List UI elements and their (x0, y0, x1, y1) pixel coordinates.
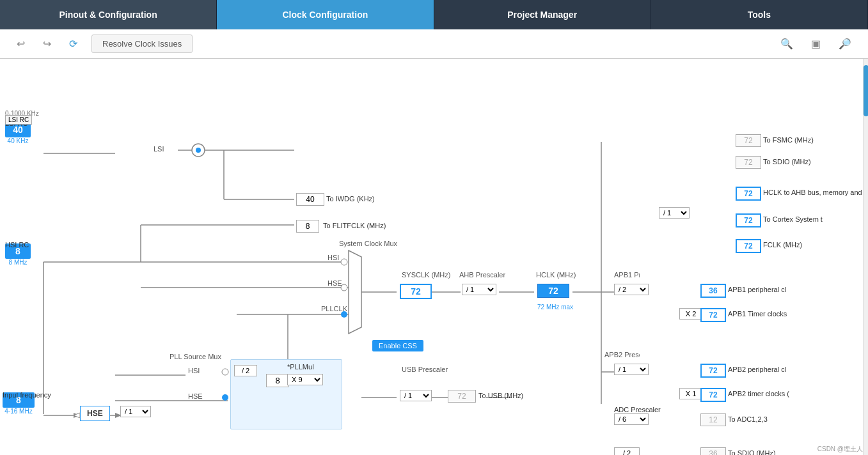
hse-div-select[interactable]: / 1 (120, 406, 151, 417)
main-area: LSI HSI (0, 59, 868, 455)
watermark: CSDN @埋土人 (817, 445, 863, 454)
svg-text:HCLK (MHz): HCLK (MHz) (536, 271, 576, 279)
pclk1-value-box[interactable]: 36 (700, 284, 726, 298)
fit-button[interactable]: ▣ (807, 35, 825, 52)
fclk-label: FCLK (MHz) (763, 241, 802, 249)
hse-box[interactable]: HSE (80, 406, 110, 421)
refresh-button[interactable]: ⟳ (65, 35, 81, 52)
svg-point-49 (222, 369, 228, 375)
flitfclk-value-box: 8 (296, 220, 319, 233)
svg-point-18 (341, 311, 347, 318)
input-freq-group: Input frequency 8 4-16 MHz (3, 391, 35, 415)
apb2-timer-x1-box[interactable]: X 1 (679, 388, 702, 399)
hsi-rc-group: HSI RC 8 8 MHz (5, 241, 31, 266)
nav-tabs: Pinout & Configuration Clock Configurati… (0, 0, 868, 29)
tab-tools[interactable]: Tools (651, 0, 868, 29)
svg-text:HSI: HSI (327, 254, 339, 261)
apb1-timer-x2-box[interactable]: X 2 (679, 308, 702, 320)
svg-text:AHB Prescaler: AHB Prescaler (459, 271, 505, 279)
bottom-div2-box[interactable]: / 2 (614, 447, 640, 455)
sdio2-label: To SDIO (MHz) (728, 449, 776, 455)
pllmul-label: *PLLMul (287, 363, 314, 371)
svg-text:System Clock Mux: System Clock Mux (339, 240, 398, 247)
adc-value-box[interactable]: 12 (700, 413, 726, 426)
input-freq-range: 4-16 MHz (3, 408, 35, 415)
adc-prescaler-label: ADC Prescaler (614, 406, 661, 413)
cortex-label: To Cortex System t (763, 215, 823, 223)
hclk-ahb-label: HCLK to AHB bus, memory and DMA ( (763, 189, 868, 196)
apb1-prescaler-select[interactable]: / 2 (614, 284, 649, 295)
sdio-top-value[interactable]: 72 (736, 156, 761, 169)
enable-css-button[interactable]: Enable CSS (372, 340, 423, 351)
svg-text:HSI: HSI (188, 367, 200, 374)
usb-prescaler-select[interactable]: / 1 (400, 390, 432, 401)
adc-prescaler-select[interactable]: / 6 (614, 413, 649, 425)
tab-pinout[interactable]: Pinout & Configuration (0, 0, 217, 29)
zoom-in-button[interactable]: 🔍 (777, 35, 797, 52)
sysclk-value-box[interactable]: 72 (400, 284, 432, 299)
adc-output-label: To ADC1,2,3 (728, 415, 768, 423)
usb-value-box[interactable]: 72 (448, 390, 476, 403)
undo-button[interactable]: ↩ (13, 35, 29, 52)
svg-text:SYSCLK (MHz): SYSCLK (MHz) (402, 271, 450, 279)
fsmc-value-right[interactable]: 72 (736, 134, 761, 147)
hclk-ahb-value[interactable]: 72 (736, 187, 761, 201)
svg-text:HSE: HSE (188, 392, 203, 400)
apb1-timer-value-box[interactable]: 72 (700, 308, 726, 322)
svg-text:APB2 Prescaler: APB2 Prescaler (604, 351, 640, 359)
apb2-timer-label: APB2 timer clocks ( (728, 390, 789, 397)
iwdg-value-box[interactable]: 40 (296, 193, 324, 206)
lsi-top-partial: LSI RC (5, 115, 32, 125)
ahb-prescaler-select[interactable]: / 1 (462, 284, 496, 295)
svg-text:LSI: LSI (154, 145, 164, 153)
apb2-peripheral-label: APB2 peripheral cl (728, 366, 786, 373)
pll-div2-box[interactable]: / 2 (234, 365, 257, 376)
resolve-clock-button[interactable]: Resolve Clock Issues (91, 35, 193, 53)
svg-marker-13 (349, 251, 361, 334)
pllmul-select[interactable]: X 9 (287, 374, 323, 385)
apb1-peripheral-label: APB1 peripheral cl (728, 286, 786, 293)
svg-text:HSE: HSE (327, 279, 342, 287)
sdio-top-label: To SDIO (MHz) (763, 158, 811, 166)
fsmc-label-right: To FSMC (MHz) (763, 136, 814, 144)
scrollbar-thumb[interactable] (864, 65, 868, 116)
apb1-timer-label: APB1 Timer clocks (728, 310, 787, 318)
svg-point-4 (196, 148, 201, 153)
canvas-area: LSI HSI (0, 59, 868, 455)
toolbar: ↩ ↪ ⟳ Resolve Clock Issues 🔍 ▣ 🔎 (0, 29, 868, 59)
scrollbar-track[interactable] (863, 59, 868, 455)
flitfclk-label: To FLITFCLK (MHz) (323, 222, 386, 229)
zoom-out-button[interactable]: 🔎 (835, 35, 855, 52)
svg-text:APB1 Prescaler: APB1 Prescaler (614, 271, 640, 279)
svg-point-19 (341, 259, 347, 265)
pclk2-value-box[interactable]: 72 (700, 364, 726, 378)
svg-text:USB Prescaler: USB Prescaler (402, 366, 448, 373)
tab-project[interactable]: Project Manager (434, 0, 651, 29)
svg-text:72 MHz max: 72 MHz max (537, 304, 573, 311)
apb2-prescaler-select[interactable]: / 1 (614, 364, 649, 375)
ahb-div-right-select[interactable]: / 1 (659, 207, 690, 219)
svg-text:PLL Source Mux: PLL Source Mux (170, 353, 221, 360)
svg-point-51 (222, 394, 228, 401)
hclk-value-box[interactable]: 72 (537, 284, 569, 298)
sdio2-value-box[interactable]: 36 (700, 447, 726, 455)
cortex-value[interactable]: 72 (736, 213, 761, 228)
iwdg-label: To IWDG (KHz) (326, 195, 375, 203)
pll-value-box[interactable]: 8 (266, 374, 289, 387)
svg-point-20 (341, 284, 347, 291)
tab-clock[interactable]: Clock Configuration (217, 0, 434, 29)
apb2-timer-value-box[interactable]: 72 (700, 388, 726, 402)
redo-button[interactable]: ↪ (39, 35, 55, 52)
pll-source-mux-area: / 2 *PLLMul 8 X 9 (230, 359, 342, 429)
to-usb-label: To USB (MHz) (478, 392, 523, 399)
lsi-freq: 40 KHz (5, 137, 31, 144)
fclk-value[interactable]: 72 (736, 239, 761, 253)
hsi-freq: 8 MHz (5, 259, 31, 266)
